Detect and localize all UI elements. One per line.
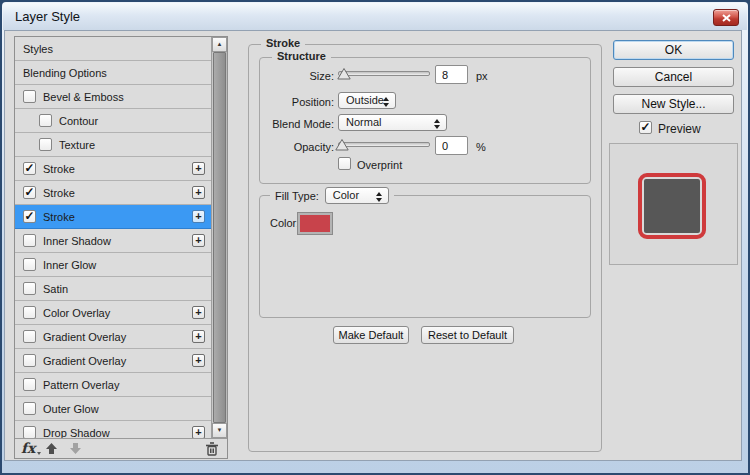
position-label: Position: <box>264 96 334 108</box>
sidebar-item-drop-shadow[interactable]: Drop Shadow+ <box>15 421 211 438</box>
add-effect-button[interactable]: + <box>192 330 205 343</box>
effect-checkbox-unchecked[interactable] <box>39 114 52 127</box>
new-style-button[interactable]: New Style... <box>613 94 734 114</box>
sidebar-item-label: Styles <box>23 43 53 55</box>
effect-checkbox-checked[interactable]: ✓ <box>23 186 36 199</box>
opacity-slider-track[interactable] <box>338 142 430 147</box>
sidebar-item-label: Gradient Overlay <box>43 331 126 343</box>
dialog-body: StylesBlending OptionsBevel & EmbossCont… <box>4 30 742 461</box>
blend-mode-dropdown[interactable]: Normal <box>338 114 447 131</box>
effect-checkbox-unchecked[interactable] <box>23 306 36 319</box>
sidebar-item-label: Satin <box>43 283 68 295</box>
preview-stroke-ring <box>638 173 706 239</box>
move-effect-down-button[interactable] <box>69 442 82 457</box>
size-label: Size: <box>264 70 334 82</box>
reset-to-default-button[interactable]: Reset to Default <box>421 326 514 344</box>
scroll-down-button[interactable]: ▼ <box>212 423 227 438</box>
sidebar-item-contour[interactable]: Contour <box>15 109 211 133</box>
sidebar-item-outer-glow[interactable]: Outer Glow <box>15 397 211 421</box>
sidebar-item-gradient-overlay[interactable]: Gradient Overlay+ <box>15 349 211 373</box>
effect-checkbox-checked[interactable]: ✓ <box>23 162 36 175</box>
make-default-button[interactable]: Make Default <box>333 326 409 344</box>
styles-list: StylesBlending OptionsBevel & EmbossCont… <box>15 37 211 438</box>
effect-checkbox-unchecked[interactable] <box>23 354 36 367</box>
fill-type-group: Fill Type: Color Color: <box>259 195 591 318</box>
position-value: Outside <box>346 94 384 106</box>
delete-effect-button[interactable] <box>205 441 219 458</box>
sidebar-item-inner-glow[interactable]: Inner Glow <box>15 253 211 277</box>
effect-checkbox-unchecked[interactable] <box>23 90 36 103</box>
scroll-down-icon: ▼ <box>217 427 223 433</box>
sidebar-item-stroke[interactable]: ✓Stroke+ <box>15 157 211 181</box>
sidebar-item-label: Gradient Overlay <box>43 355 126 367</box>
effect-checkbox-unchecked[interactable] <box>23 330 36 343</box>
blend-mode-value: Normal <box>346 116 381 128</box>
scrollbar-thumb[interactable] <box>213 52 226 423</box>
add-effect-button[interactable]: + <box>192 210 205 223</box>
scroll-up-button[interactable]: ▲ <box>212 37 227 52</box>
size-slider[interactable] <box>338 71 430 83</box>
size-slider-track[interactable] <box>338 71 430 76</box>
effect-checkbox-checked[interactable]: ✓ <box>23 210 36 223</box>
stroke-color-swatch[interactable] <box>298 213 332 234</box>
sidebar-item-stroke[interactable]: ✓Stroke+ <box>15 181 211 205</box>
position-dropdown[interactable]: Outside <box>338 92 396 109</box>
sidebar-item-color-overlay[interactable]: Color Overlay+ <box>15 301 211 325</box>
fx-menu-button[interactable]: fx <box>21 440 35 456</box>
sidebar-item-label: Blending Options <box>23 67 107 79</box>
spinner-arrows-icon <box>376 192 383 202</box>
effect-checkbox-unchecked[interactable] <box>23 282 36 295</box>
add-effect-button[interactable]: + <box>192 306 205 319</box>
effect-checkbox-unchecked[interactable] <box>39 138 52 151</box>
preview-label: Preview <box>658 122 701 136</box>
arrow-down-icon <box>69 442 82 455</box>
close-button[interactable] <box>713 9 739 26</box>
overprint-label: Overprint <box>357 159 402 171</box>
sidebar-item-inner-shadow[interactable]: Inner Shadow+ <box>15 229 211 253</box>
size-input[interactable] <box>435 65 468 84</box>
sidebar-item-styles[interactable]: Styles <box>15 37 211 61</box>
cancel-button[interactable]: Cancel <box>613 67 734 87</box>
size-slider-thumb[interactable] <box>337 68 351 82</box>
sidebar-item-label: Bevel & Emboss <box>43 91 124 103</box>
fill-type-header: Fill Type: Color <box>270 187 394 204</box>
add-effect-button[interactable]: + <box>192 354 205 367</box>
sidebar-item-bevel-emboss[interactable]: Bevel & Emboss <box>15 85 211 109</box>
size-unit: px <box>476 70 488 82</box>
effect-checkbox-unchecked[interactable] <box>23 426 36 438</box>
sidebar-item-label: Stroke <box>43 211 75 223</box>
titlebar[interactable]: Layer Style <box>3 3 747 30</box>
effect-checkbox-unchecked[interactable] <box>23 258 36 271</box>
opacity-slider[interactable] <box>338 142 430 154</box>
window-frame: Layer Style StylesBlending OptionsBevel … <box>2 2 748 473</box>
close-icon <box>722 14 731 22</box>
add-effect-button[interactable]: + <box>192 234 205 247</box>
sidebar-item-label: Contour <box>59 115 98 127</box>
sidebar-item-texture[interactable]: Texture <box>15 133 211 157</box>
opacity-slider-thumb[interactable] <box>335 139 349 153</box>
sidebar-item-satin[interactable]: Satin <box>15 277 211 301</box>
sidebar-item-label: Color Overlay <box>43 307 110 319</box>
effect-checkbox-unchecked[interactable] <box>23 378 36 391</box>
opacity-input[interactable] <box>435 136 468 155</box>
fill-type-value: Color <box>333 189 359 201</box>
add-effect-button[interactable]: + <box>192 186 205 199</box>
ok-button[interactable]: OK <box>613 40 734 60</box>
move-effect-up-button[interactable] <box>45 442 58 457</box>
effect-checkbox-unchecked[interactable] <box>23 402 36 415</box>
sidebar-item-stroke[interactable]: ✓Stroke+ <box>15 205 211 229</box>
overprint-checkbox[interactable] <box>338 157 351 170</box>
sidebar-item-pattern-overlay[interactable]: Pattern Overlay <box>15 373 211 397</box>
effect-checkbox-unchecked[interactable] <box>23 234 36 247</box>
spinner-arrows-icon <box>383 97 390 107</box>
preview-checkbox[interactable]: ✓ <box>639 121 652 134</box>
add-effect-button[interactable]: + <box>192 162 205 175</box>
add-effect-button[interactable]: + <box>192 426 205 438</box>
fill-type-dropdown[interactable]: Color <box>325 187 389 204</box>
list-scrollbar[interactable]: ▲ ▼ <box>211 37 227 438</box>
sidebar-item-blending-options[interactable]: Blending Options <box>15 61 211 85</box>
check-icon: ✓ <box>640 120 650 134</box>
sidebar-item-label: Drop Shadow <box>43 427 110 439</box>
arrow-up-icon <box>45 442 58 455</box>
sidebar-item-gradient-overlay[interactable]: Gradient Overlay+ <box>15 325 211 349</box>
